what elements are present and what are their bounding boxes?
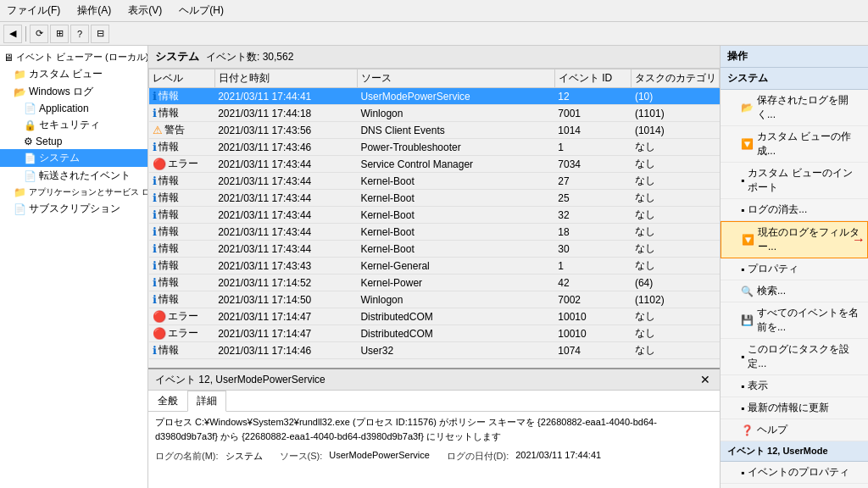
table-row[interactable]: ℹ情報 2021/03/11 17:43:44 Kernel-Boot 30 な… — [149, 241, 720, 258]
cell-source: Kernel-Boot — [357, 224, 554, 241]
tree-subscriptions[interactable]: 📄 サブスクリプション — [0, 200, 147, 218]
tree-app-services[interactable]: 📁 アプリケーションとサービス ログ — [0, 185, 147, 200]
col-header-source[interactable]: ソース — [357, 69, 554, 88]
table-row[interactable]: 🔴エラー 2021/03/11 17:43:44 Service Control… — [149, 156, 720, 173]
action-icon: 🔽 — [741, 138, 754, 150]
tab-general[interactable]: 全般 — [148, 391, 187, 412]
cell-level: ℹ情報 — [149, 241, 215, 258]
table-row[interactable]: 🔴エラー 2021/03/11 17:14:47 DistributedCOM … — [149, 325, 720, 342]
cell-category: なし — [632, 156, 720, 173]
cell-source: Kernel-Boot — [357, 173, 554, 190]
table-row[interactable]: 🔴エラー 2021/03/11 17:14:47 DistributedCOM … — [149, 308, 720, 325]
action-item[interactable]: 🔽カスタム ビューの作成... — [721, 126, 868, 163]
tree-root[interactable]: 🖥 イベント ビューアー (ローカル) — [0, 49, 147, 65]
level-icon: 🔴 — [153, 310, 166, 323]
cell-source: Service Control Manager — [357, 156, 554, 173]
table-row[interactable]: ℹ情報 2021/03/11 17:43:44 Kernel-Boot 25 な… — [149, 190, 720, 207]
action-item[interactable]: 🔍検索... — [721, 280, 868, 302]
cell-category: (1014) — [632, 122, 720, 139]
table-row[interactable]: ℹ情報 2021/03/11 17:14:52 Kernel-Power 42 … — [149, 274, 720, 291]
table-row[interactable]: ℹ情報 2021/03/11 17:43:44 Kernel-Boot 32 な… — [149, 207, 720, 224]
tree-setup[interactable]: ⚙ Setup — [0, 134, 147, 149]
cell-level: ℹ情報 — [149, 139, 215, 156]
action-item[interactable]: ▪ログの消去... — [721, 199, 868, 221]
cell-eventid: 30 — [554, 241, 632, 258]
menu-action[interactable]: 操作(A) — [74, 2, 114, 19]
action-item[interactable]: ▪表示 — [721, 375, 868, 397]
action-icon: ▪ — [741, 351, 744, 363]
action-item[interactable]: ▪カスタム ビューのインポート — [721, 163, 868, 199]
tree-security[interactable]: 🔒 セキュリティ — [0, 116, 147, 134]
cell-level: ℹ情報 — [149, 173, 215, 190]
action-item[interactable]: ▪プロパティ — [721, 258, 868, 280]
table-row[interactable]: ⚠警告 2021/03/11 17:43:56 DNS Client Event… — [149, 122, 720, 139]
cell-datetime: 2021/03/11 17:43:44 — [214, 156, 357, 173]
tree-application[interactable]: 📄 Application — [0, 101, 147, 116]
table-row[interactable]: ℹ情報 2021/03/11 17:14:46 User32 1074 なし — [149, 342, 720, 359]
cell-category: なし — [632, 190, 720, 207]
cell-eventid: 1 — [554, 139, 632, 156]
action-item[interactable]: 📂保存されたログを開く... — [721, 90, 868, 126]
menubar: ファイル(F) 操作(A) 表示(V) ヘルプ(H) — [0, 0, 868, 22]
action-item[interactable]: ▪このイベントにタスクを設定... — [721, 484, 868, 488]
cell-source: DistributedCOM — [357, 308, 554, 325]
cell-eventid: 42 — [554, 274, 632, 291]
tree-system[interactable]: 📄 システム — [0, 149, 147, 167]
col-header-level[interactable]: レベル — [149, 69, 215, 88]
cell-eventid: 12 — [554, 88, 632, 105]
back-button[interactable]: ◀ — [3, 25, 22, 43]
field-source-label: ソース(S): — [280, 450, 323, 463]
table-row[interactable]: ℹ情報 2021/03/11 17:14:50 Winlogon 7002 (1… — [149, 291, 720, 308]
action-item[interactable]: 💾すべてのイベントを名前を... — [721, 302, 868, 339]
action-label: 検索... — [757, 284, 786, 298]
detail-button[interactable]: ⊟ — [91, 25, 109, 43]
action-item[interactable]: ▪このログにタスクを設定... — [721, 339, 868, 375]
level-icon: ℹ — [153, 344, 157, 357]
cell-datetime: 2021/03/11 17:43:44 — [214, 190, 357, 207]
action-item[interactable]: ▪イベントのプロパティ — [721, 462, 868, 484]
detail-title: イベント 12, UserModePowerService — [155, 373, 326, 387]
menu-file[interactable]: ファイル(F) — [3, 2, 64, 19]
action-item[interactable]: 🔽現在のログをフィルター...→ — [721, 221, 868, 258]
cell-category: (64) — [632, 274, 720, 291]
help-button[interactable]: ? — [70, 25, 89, 43]
level-icon: ℹ — [153, 107, 157, 119]
table-row[interactable]: ℹ情報 2021/03/11 17:43:46 Power-Troublesho… — [149, 139, 720, 156]
tree-windows-log[interactable]: 📂 Windows ログ — [0, 83, 147, 101]
table-row[interactable]: ℹ情報 2021/03/11 17:43:43 Kernel-General 1… — [149, 258, 720, 274]
log-table-container[interactable]: レベル 日付と時刻 ソース イベント ID タスクのカテゴリ ℹ情報 2021/… — [148, 69, 720, 368]
cell-datetime: 2021/03/11 17:14:46 — [214, 342, 357, 359]
cell-eventid: 7002 — [554, 291, 632, 308]
cell-eventid: 25 — [554, 190, 632, 207]
action-item[interactable]: ❓ヘルプ — [721, 419, 868, 441]
cell-level: 🔴エラー — [149, 308, 215, 325]
cell-datetime: 2021/03/11 17:44:41 — [214, 88, 357, 105]
col-header-datetime[interactable]: 日付と時刻 — [214, 69, 357, 88]
table-row[interactable]: ℹ情報 2021/03/11 17:43:44 Kernel-Boot 18 な… — [149, 224, 720, 241]
tab-detail[interactable]: 詳細 — [187, 391, 226, 412]
action-icon: ▪ — [741, 263, 744, 275]
col-header-eventid[interactable]: イベント ID — [554, 69, 632, 88]
level-icon: ℹ — [153, 141, 157, 153]
left-panel: 🖥 イベント ビューアー (ローカル) 📁 カスタム ビュー 📂 Windows… — [0, 46, 148, 488]
cell-level: ℹ情報 — [149, 224, 215, 241]
detail-close-button[interactable]: ✕ — [698, 372, 713, 387]
action-label: すべてのイベントを名前を... — [757, 306, 861, 335]
detail-fields: ログの名前(M): システム ソース(S): UserModePowerServ… — [155, 450, 713, 463]
tree-forwarded[interactable]: 📄 転送されたイベント — [0, 167, 147, 185]
cell-datetime: 2021/03/11 17:43:44 — [214, 207, 357, 224]
table-row[interactable]: ℹ情報 2021/03/11 17:43:44 Kernel-Boot 27 な… — [149, 173, 720, 190]
action-item[interactable]: ▪最新の情報に更新 — [721, 397, 868, 419]
log-table: レベル 日付と時刻 ソース イベント ID タスクのカテゴリ ℹ情報 2021/… — [148, 69, 720, 359]
table-row[interactable]: ℹ情報 2021/03/11 17:44:18 Winlogon 7001 (1… — [149, 105, 720, 122]
field-logdate: ログの日付(D): 2021/03/11 17:44:41 — [447, 450, 601, 463]
col-header-category[interactable]: タスクのカテゴリ — [632, 69, 720, 88]
view-button[interactable]: ⊞ — [50, 25, 69, 43]
tree-custom-views[interactable]: 📁 カスタム ビュー — [0, 65, 147, 83]
table-row[interactable]: ℹ情報 2021/03/11 17:44:41 UserModePowerSer… — [149, 88, 720, 105]
action-icon: 🔽 — [742, 234, 754, 246]
action-main-title: 操作 — [721, 46, 868, 68]
menu-help[interactable]: ヘルプ(H) — [175, 2, 227, 19]
menu-view[interactable]: 表示(V) — [125, 2, 165, 19]
refresh-button[interactable]: ⟳ — [30, 25, 48, 43]
